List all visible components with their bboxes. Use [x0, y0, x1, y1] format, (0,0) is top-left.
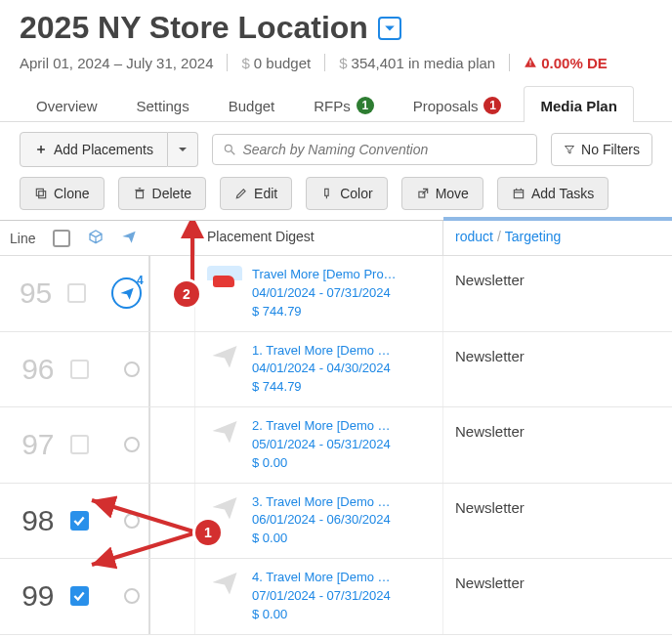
col-line-label: Line	[10, 231, 35, 246]
svg-rect-6	[136, 191, 143, 198]
annotation-2: 2	[174, 281, 199, 307]
delivery-alert: 0.00% DE	[524, 55, 608, 71]
table-row: 972. Travel More [Demo …05/01/2024 - 05/…	[0, 407, 672, 484]
delete-button[interactable]: Delete	[118, 177, 206, 210]
placement-dates: 05/01/2024 - 05/31/2024	[252, 437, 391, 451]
search-icon	[223, 143, 236, 156]
svg-rect-4	[36, 189, 43, 195]
tab-settings[interactable]: Settings	[120, 86, 206, 122]
placement-link[interactable]: 4. Travel More [Demo …	[252, 569, 391, 587]
svg-rect-0	[530, 61, 531, 64]
flight-group-badge[interactable]: 4	[111, 277, 141, 309]
clone-icon	[34, 187, 48, 200]
row-checkbox[interactable]	[70, 586, 90, 606]
page-title: 2025 NY Store Location	[20, 10, 368, 46]
table-header: Line Placement Digest roduct/Targeting	[0, 221, 672, 256]
budget-amount: $0 budget	[241, 55, 311, 71]
external-link-icon	[416, 187, 430, 200]
svg-rect-12	[514, 191, 523, 198]
tree-node[interactable]	[124, 513, 140, 529]
row-checkbox[interactable]	[70, 360, 90, 379]
search-field[interactable]	[212, 134, 537, 165]
calendar-icon	[512, 187, 525, 200]
search-input[interactable]	[240, 141, 526, 158]
svg-rect-1	[530, 64, 531, 65]
placement-dates: 04/01/2024 - 04/30/2024	[252, 361, 391, 375]
edit-button[interactable]: Edit	[220, 177, 292, 210]
currency-symbol: $	[241, 55, 249, 71]
tab-rfps[interactable]: RFPs1	[297, 86, 391, 122]
tab-media-plan[interactable]: Media Plan	[524, 86, 633, 122]
product-link[interactable]: roduct	[455, 229, 493, 244]
svg-rect-5	[39, 191, 46, 198]
tab-bar: OverviewSettingsBudgetRFPs1Proposals1Med…	[0, 85, 672, 122]
placement-link[interactable]: 2. Travel More [Demo …	[252, 417, 391, 436]
placement-digest: 2. Travel More [Demo …05/01/2024 - 05/31…	[195, 407, 443, 483]
media-plan-amount: $354,401 in media plan	[339, 55, 495, 71]
targeting-link[interactable]: Targeting	[505, 229, 562, 244]
paint-icon	[320, 187, 334, 200]
trash-icon	[133, 187, 147, 200]
tab-proposals[interactable]: Proposals1	[397, 86, 519, 122]
color-button[interactable]: Color	[306, 177, 387, 210]
tree-node[interactable]	[124, 362, 140, 377]
move-button[interactable]: Move	[401, 177, 483, 210]
row-number: 98	[10, 504, 55, 537]
placement-amount: $ 0.00	[252, 531, 287, 545]
warning-icon	[524, 56, 537, 69]
product-cell: Newsletter	[443, 332, 672, 407]
placement-amount: $ 0.00	[252, 607, 287, 621]
placement-amount: $ 744.79	[252, 379, 302, 394]
filter-icon	[564, 144, 575, 155]
clone-button[interactable]: Clone	[20, 177, 105, 210]
product-cell: Newsletter	[443, 256, 672, 331]
row-checkbox[interactable]	[67, 283, 86, 303]
placement-dates: 06/01/2024 - 06/30/2024	[252, 512, 391, 527]
select-all-checkbox[interactable]	[53, 230, 70, 247]
tree-node[interactable]	[124, 437, 140, 452]
placement-digest: 1. Travel More [Demo …04/01/2024 - 04/30…	[195, 332, 443, 407]
currency-symbol: $	[339, 55, 347, 71]
product-cell: Newsletter	[443, 407, 672, 483]
placement-link[interactable]: 1. Travel More [Demo …	[252, 342, 391, 361]
plus-icon: ＋	[34, 141, 48, 158]
placement-amount: $ 0.00	[252, 455, 287, 470]
tab-budget[interactable]: Budget	[212, 86, 292, 122]
filters-button[interactable]: No Filters	[551, 133, 652, 166]
plane-icon	[207, 493, 242, 521]
add-placements-group: ＋ Add Placements	[20, 132, 198, 167]
placement-link[interactable]: Travel More [Demo Pro…	[252, 266, 397, 284]
plane-icon	[207, 417, 242, 445]
placement-link[interactable]: 3. Travel More [Demo …	[252, 493, 391, 512]
table-row: 983. Travel More [Demo …06/01/2024 - 06/…	[0, 484, 672, 560]
package-icon[interactable]	[88, 229, 104, 247]
badge: 1	[483, 97, 501, 114]
placement-digest: 4. Travel More [Demo …07/01/2024 - 07/31…	[195, 559, 443, 634]
placement-digest: 3. Travel More [Demo …06/01/2024 - 06/30…	[195, 484, 443, 559]
annotation-1: 1	[195, 520, 221, 545]
svg-line-3	[231, 151, 235, 155]
badge: 1	[357, 97, 374, 114]
placement-digest: Travel More [Demo Pro…04/01/2024 - 07/31…	[195, 256, 443, 331]
svg-point-2	[225, 145, 231, 151]
placement-dates: 07/01/2024 - 07/31/2024	[252, 588, 391, 603]
add-placements-button[interactable]: ＋ Add Placements	[20, 132, 168, 167]
row-number: 95	[10, 276, 52, 310]
tree-node[interactable]	[124, 588, 140, 604]
row-checkbox[interactable]	[70, 511, 90, 531]
creative-thumbnail	[207, 266, 242, 293]
date-range: April 01, 2024 – July 31, 2024	[20, 55, 213, 71]
add-tasks-button[interactable]: Add Tasks	[497, 177, 609, 210]
pencil-icon	[234, 187, 248, 200]
product-cell: Newsletter	[443, 484, 672, 559]
title-dropdown[interactable]	[378, 17, 401, 40]
svg-rect-9	[325, 189, 329, 195]
placement-dates: 04/01/2024 - 07/31/2024	[252, 285, 391, 300]
tab-overview[interactable]: Overview	[20, 86, 114, 122]
row-number: 99	[10, 579, 55, 613]
col-digest-label: Placement Digest	[195, 221, 443, 255]
plane-icon[interactable]	[121, 229, 137, 247]
row-checkbox[interactable]	[70, 435, 90, 454]
add-placements-dropdown[interactable]	[168, 132, 198, 167]
table-row: 994. Travel More [Demo …07/01/2024 - 07/…	[0, 559, 672, 635]
